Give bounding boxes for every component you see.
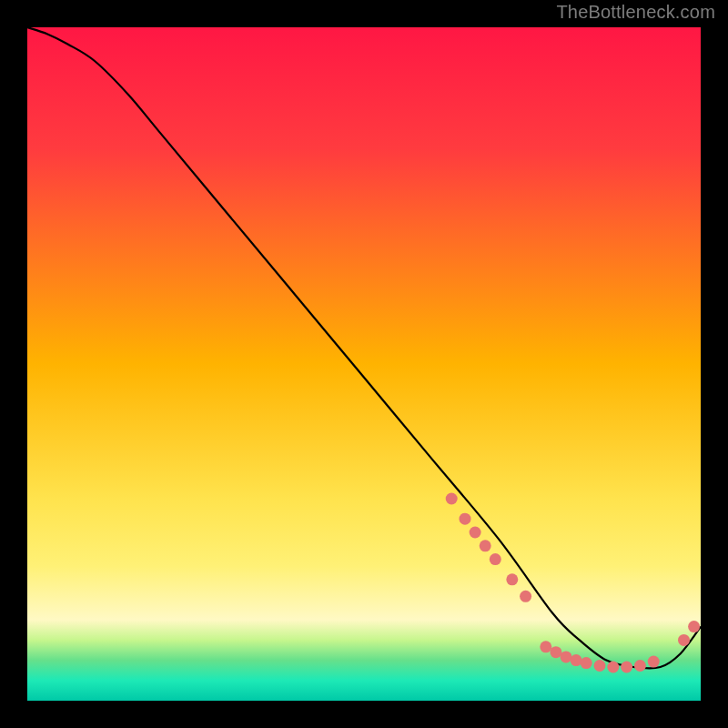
data-marker <box>688 621 700 632</box>
data-marker <box>506 573 518 585</box>
data-marker <box>678 634 690 646</box>
data-marker <box>490 553 501 565</box>
data-marker <box>571 654 582 666</box>
data-marker <box>634 660 646 672</box>
data-marker <box>540 641 551 652</box>
data-marker <box>446 493 458 505</box>
data-marker <box>470 527 481 539</box>
chart-svg <box>27 27 701 701</box>
data-marker <box>607 662 619 673</box>
data-marker <box>581 657 592 669</box>
data-marker <box>460 513 471 525</box>
plot-area <box>27 27 701 701</box>
data-marker <box>480 540 491 551</box>
data-marker <box>621 662 632 673</box>
data-marker <box>550 646 561 658</box>
data-marker <box>561 651 572 662</box>
attribution-text: TheBottleneck.com <box>556 2 715 23</box>
data-marker <box>520 591 531 602</box>
data-marker <box>648 656 660 668</box>
gradient-background <box>27 27 701 701</box>
data-marker <box>594 660 606 672</box>
